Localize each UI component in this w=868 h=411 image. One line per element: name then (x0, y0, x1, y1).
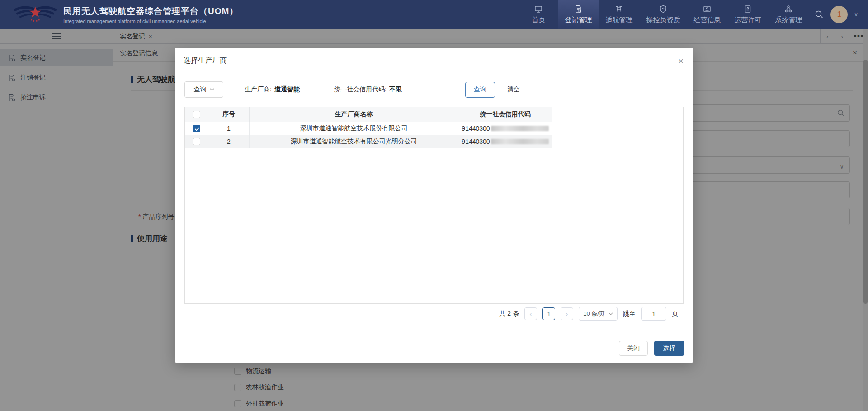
filter-label: 统一社会信用代码: (334, 85, 387, 94)
permit-badge-icon (743, 5, 752, 14)
query-toolbar: 查询 生产厂商: 道通智能 统一社会信用代码: 不限 查询 清空 (184, 81, 520, 98)
pagination: 共 2 条 ‹ 1 › 10 条/页 跳至 1 页 (499, 307, 678, 321)
nav-label: 经营信息 (693, 16, 721, 24)
nav-item-business-info[interactable]: 经营信息 (687, 0, 727, 29)
app-title: 民用无人驾驶航空器综合管理平台（UOM） (63, 5, 238, 17)
app-header: 民用无人驾驶航空器综合管理平台（UOM） Integrated manageme… (0, 0, 868, 29)
jump-page-input[interactable]: 1 (641, 307, 666, 321)
table-row[interactable]: 2 深圳市道通智能航空技术有限公司光明分公司 91440300 (185, 135, 683, 148)
chevron-down-icon (210, 88, 214, 91)
pagination-next-button[interactable]: › (561, 307, 573, 320)
chevron-down-icon (609, 312, 613, 315)
row-credit-code: 91440300 (458, 135, 552, 148)
page-size-value: 10 条/页 (583, 310, 605, 318)
drone-icon (614, 5, 623, 14)
app-subtitle: Integrated management platform of civil … (63, 19, 238, 24)
shield-icon (659, 5, 668, 14)
page-size-select[interactable]: 10 条/页 (579, 307, 618, 321)
nav-item-airworthiness[interactable]: 适航管理 (599, 0, 639, 29)
nav-label: 操控员资质 (646, 16, 680, 24)
row-checkbox-checked[interactable] (193, 125, 200, 132)
column-header-name: 生产厂商名称 (250, 107, 458, 122)
clear-button[interactable]: 清空 (507, 85, 520, 94)
close-button[interactable]: 关闭 (619, 341, 648, 356)
query-dropdown-label: 查询 (194, 85, 207, 94)
jump-unit-label: 页 (672, 310, 678, 318)
row-manufacturer-name: 深圳市道通智能航空技术股份有限公司 (250, 122, 458, 135)
nav-label: 首页 (532, 16, 545, 24)
row-manufacturer-name: 深圳市道通智能航空技术有限公司光明分公司 (250, 135, 458, 148)
nav-label: 运营许可 (734, 16, 761, 24)
select-button[interactable]: 选择 (654, 341, 684, 356)
row-credit-code: 91440300 (458, 122, 552, 135)
nav-item-operation-permit[interactable]: 运营许可 (727, 0, 768, 29)
pagination-total: 共 2 条 (499, 310, 519, 318)
row-checkbox-unchecked[interactable] (193, 138, 200, 145)
system-nodes-icon (784, 5, 793, 14)
home-monitor-icon (534, 5, 543, 14)
toolbar-divider (237, 85, 237, 94)
query-dropdown-button[interactable]: 查询 (184, 81, 223, 98)
dialog-footer: 关闭 选择 (175, 334, 693, 363)
nav-item-operator-qualification[interactable]: 操控员资质 (639, 0, 687, 29)
nav-label: 系统管理 (775, 16, 802, 24)
search-icon[interactable] (814, 9, 824, 19)
pagination-prev-button[interactable]: ‹ (524, 307, 537, 320)
app-window: 民用无人驾驶航空器综合管理平台（UOM） Integrated manageme… (0, 0, 868, 411)
row-index: 1 (208, 122, 250, 135)
search-button[interactable]: 查询 (465, 82, 495, 98)
nav-label: 适航管理 (605, 16, 632, 24)
manufacturer-table: 序号 生产厂商名称 统一社会信用代码 1 深圳市道通智能航空技术股份有限公司 9… (184, 107, 684, 304)
select-manufacturer-dialog: 选择生产厂商 × 查询 生产厂商: 道通智能 统一社会信用代码: 不限 查询 清… (175, 48, 693, 363)
nav-item-home[interactable]: 首页 (519, 0, 558, 29)
nav-item-registration[interactable]: 登记管理 (558, 0, 599, 29)
dialog-close-icon[interactable]: × (678, 56, 684, 66)
dialog-header: 选择生产厂商 (175, 48, 693, 74)
filter-credit-code: 统一社会信用代码: 不限 (334, 85, 402, 94)
header-right-cluster: 1 ∨ (809, 6, 868, 23)
filter-label: 生产厂商: (245, 85, 272, 94)
chevron-down-icon[interactable]: ∨ (854, 11, 858, 18)
table-row[interactable]: 1 深圳市道通智能航空技术股份有限公司 91440300 (185, 122, 683, 135)
business-card-icon (703, 5, 712, 14)
top-nav: 首页 登记管理 适航管理 操控员资质 (519, 0, 809, 29)
registration-doc-icon (574, 5, 583, 14)
redacted-code (491, 139, 549, 144)
redacted-code (491, 126, 549, 131)
filter-value: 道通智能 (274, 85, 300, 94)
column-header-index: 序号 (208, 107, 250, 122)
filter-value: 不限 (389, 85, 402, 94)
table-header-row: 序号 生产厂商名称 统一社会信用代码 (185, 107, 683, 122)
select-all-checkbox[interactable] (193, 111, 200, 118)
avatar[interactable]: 1 (830, 6, 848, 23)
row-index: 2 (208, 135, 250, 148)
dialog-title: 选择生产厂商 (184, 56, 227, 66)
jump-label: 跳至 (623, 310, 636, 318)
pagination-page-1[interactable]: 1 (542, 307, 555, 320)
nav-label: 登记管理 (565, 16, 592, 24)
uom-logo-icon (14, 4, 57, 25)
filter-manufacturer: 生产厂商: 道通智能 (245, 85, 300, 94)
brand: 民用无人驾驶航空器综合管理平台（UOM） Integrated manageme… (0, 4, 238, 25)
column-header-code: 统一社会信用代码 (458, 107, 552, 122)
nav-item-system-management[interactable]: 系统管理 (768, 0, 809, 29)
